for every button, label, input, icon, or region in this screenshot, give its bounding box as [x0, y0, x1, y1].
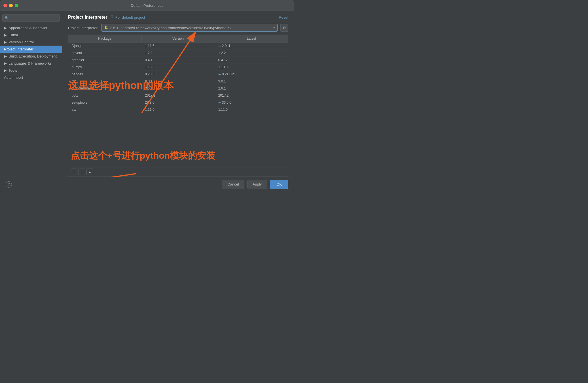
cell-package: pip [68, 78, 141, 85]
sidebar-item-label: Appearance & Behavior [9, 26, 47, 30]
packages-table: Package Version Latest Django1.11.6➡2.0b… [68, 35, 288, 167]
sidebar-item-project-interpreter[interactable]: Project Interpreter [0, 46, 62, 53]
dropdown-arrow-icon: ▾ [273, 26, 275, 30]
cell-version: 0.4.12 [141, 57, 215, 63]
table-row[interactable]: python-dateutil2.6.12.6.1 [68, 85, 288, 92]
cell-package: greenlet [68, 57, 141, 63]
search-box[interactable]: 🔍 [2, 14, 60, 22]
arrow-icon: ▶ [4, 33, 7, 37]
cell-package: numpy [68, 64, 141, 71]
sidebar-item-auto-import[interactable]: Auto Import [0, 74, 62, 81]
maximize-button[interactable] [15, 4, 18, 7]
search-icon: 🔍 [5, 16, 9, 20]
table-row[interactable]: numpy1.13.31.13.3 [68, 64, 288, 71]
table-row[interactable]: Django1.11.6➡2.0b1 [68, 42, 288, 50]
sidebar-item-label: Editor [9, 33, 18, 37]
cancel-button[interactable]: Cancel [222, 180, 244, 189]
interpreter-row: Project Interpreter: 🐍 3.6.1 (/Library/F… [62, 23, 294, 35]
col-package: Package [68, 35, 141, 42]
cell-package: Django [68, 42, 141, 49]
footer: ? Cancel Apply OK [0, 177, 294, 191]
cell-latest: 2017.2 [215, 92, 288, 99]
table-body: Django1.11.6➡2.0b1gevent1.2.21.2.2greenl… [68, 42, 288, 167]
cell-latest: 2.6.1 [215, 85, 288, 92]
cell-version: 1.11.6 [141, 42, 215, 49]
table-row[interactable]: six1.11.01.11.0 [68, 106, 288, 113]
sidebar-item-editor[interactable]: ▶ Editor [0, 31, 62, 39]
table-row[interactable]: setuptools28.8.0➡36.6.0 [68, 99, 288, 106]
cell-latest: ➡0.21.0rc1 [215, 71, 288, 78]
main-window: Default Preferences 🔍 ▶ Appearance & Beh… [0, 0, 294, 191]
reset-button[interactable]: Reset [279, 15, 288, 20]
cell-latest: 0.4.12 [215, 57, 288, 63]
ok-button[interactable]: OK [270, 180, 288, 189]
cell-version: 28.8.0 [141, 99, 215, 106]
update-arrow-icon: ➡ [218, 44, 221, 48]
panel-subtitle: 🗄 For default project [110, 15, 145, 20]
cell-package: python-dateutil [68, 85, 141, 92]
db-icon: 🗄 [110, 15, 114, 20]
cell-package: pandas [68, 71, 141, 78]
gear-icon: ⚙ [283, 26, 286, 30]
main-content: 🔍 ▶ Appearance & Behavior ▶ Editor ▶ Ver… [0, 11, 294, 177]
cell-version: 2.6.1 [141, 85, 215, 92]
close-button[interactable] [3, 4, 7, 7]
cell-version: 9.0.1 [141, 78, 215, 85]
arrow-icon: ▶ [4, 40, 7, 44]
up-icon: ▲ [88, 170, 92, 174]
cell-latest: 1.2.2 [215, 50, 288, 56]
upgrade-package-button[interactable]: ▲ [86, 169, 93, 175]
python-icon: 🐍 [104, 25, 109, 30]
col-version: Version [141, 35, 215, 42]
table-toolbar: + − ▲ [68, 167, 288, 177]
table-row[interactable]: pip9.0.19.0.1 [68, 78, 288, 85]
help-button[interactable]: ? [6, 181, 12, 188]
apply-button[interactable]: Apply [247, 180, 267, 189]
cell-version: 1.2.2 [141, 50, 215, 56]
cell-package: six [68, 106, 141, 113]
sidebar-item-tools[interactable]: ▶ Tools [0, 67, 62, 74]
cell-latest: 1.11.0 [215, 106, 288, 113]
table-row[interactable]: gevent1.2.21.2.2 [68, 50, 288, 57]
minus-icon: − [81, 170, 83, 174]
sidebar-item-label: Project Interpreter [4, 47, 33, 51]
cell-version: 1.13.3 [141, 64, 215, 71]
cell-latest: 9.0.1 [215, 78, 288, 85]
panel-header: Project Interpreter 🗄 For default projec… [62, 11, 294, 23]
table-row[interactable]: pytz2017.22017.2 [68, 92, 288, 99]
plus-icon: + [73, 170, 75, 174]
sidebar-item-label: Build, Execution, Deployment [9, 54, 57, 58]
sidebar: 🔍 ▶ Appearance & Behavior ▶ Editor ▶ Ver… [0, 11, 62, 177]
footer-right: Cancel Apply OK [222, 180, 288, 189]
table-row[interactable]: pandas0.20.3➡0.21.0rc1 [68, 71, 288, 78]
add-package-button[interactable]: + [71, 169, 77, 175]
traffic-lights [3, 4, 18, 7]
window-title: Default Preferences [131, 3, 163, 8]
panel-title: Project Interpreter [68, 15, 107, 20]
question-icon: ? [8, 182, 10, 186]
sidebar-item-label: Languages & Frameworks [9, 61, 52, 65]
cell-latest: ➡36.6.0 [215, 99, 288, 106]
sidebar-item-build-execution[interactable]: ▶ Build, Execution, Deployment [0, 53, 62, 60]
minimize-button[interactable] [9, 4, 13, 7]
update-arrow-icon: ➡ [218, 101, 221, 104]
sidebar-item-label: Auto Import [4, 75, 23, 80]
table-row[interactable]: greenlet0.4.120.4.12 [68, 57, 288, 64]
interpreter-label: Project Interpreter: [68, 26, 99, 30]
cell-package: pytz [68, 92, 141, 99]
sidebar-item-languages[interactable]: ▶ Languages & Frameworks [0, 60, 62, 67]
table-header: Package Version Latest [68, 35, 288, 42]
remove-package-button[interactable]: − [79, 169, 85, 175]
cell-version: 0.20.3 [141, 71, 215, 78]
arrow-icon: ▶ [4, 26, 7, 30]
gear-button[interactable]: ⚙ [280, 24, 288, 32]
panel-title-area: Project Interpreter 🗄 For default projec… [68, 15, 145, 20]
interpreter-dropdown[interactable]: 🐍 3.6.1 (/Library/Frameworks/Python.fram… [101, 24, 278, 32]
cell-latest: ➡2.0b1 [215, 42, 288, 49]
update-arrow-icon: ➡ [218, 73, 221, 76]
main-panel: Project Interpreter 🗄 For default projec… [62, 11, 294, 177]
sidebar-item-appearance[interactable]: ▶ Appearance & Behavior [0, 24, 62, 31]
sidebar-item-version-control[interactable]: ▶ Version Control [0, 39, 62, 46]
cell-version: 1.11.0 [141, 106, 215, 113]
title-bar: Default Preferences [0, 0, 294, 11]
